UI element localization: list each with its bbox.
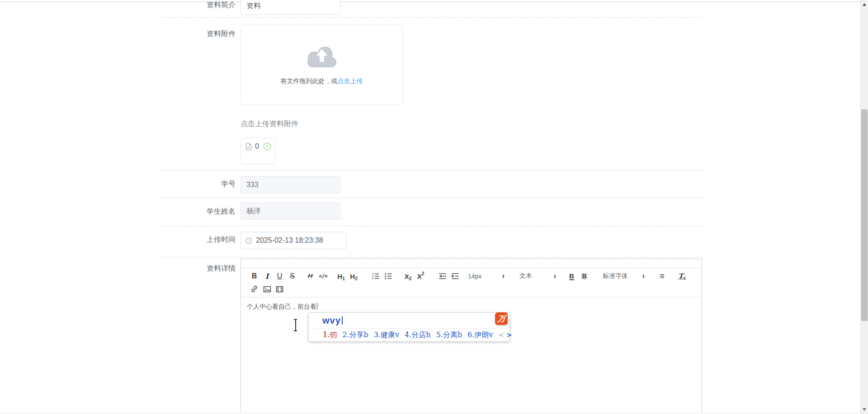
clear-format-button[interactable]: Tx [676,270,688,282]
document-icon [245,142,252,151]
ime-popup: wvy 万 1.仞 2.分享b 3.健康v 4.分店h 5.分离b 6.伊朗v … [308,312,510,342]
editor-top-gap [241,259,702,268]
ordered-list-icon [372,273,379,280]
italic-button[interactable]: I [261,270,273,282]
subscript-button[interactable]: X2 [402,270,414,282]
ime-candidate-5[interactable]: 5.分离b [436,330,462,340]
superscript-button[interactable]: X2 [415,270,427,282]
upload-time-value: 2025-02-13 18:23:38 [256,236,323,245]
image-button[interactable] [261,283,273,295]
attachment-counter-box[interactable]: 0 [241,138,276,164]
video-button[interactable] [274,283,286,295]
dropzone-upload-link[interactable]: 点击上传 [338,77,363,85]
success-check-icon [264,143,271,150]
format-select[interactable]: 文本 [519,270,558,282]
row-divider [159,17,702,18]
scroll-down-arrow-icon[interactable] [863,408,866,411]
heading1-button[interactable]: H1 [335,270,347,282]
updown-arrows-icon [642,274,645,278]
ordered-list-button[interactable] [369,270,382,282]
row-divider [159,170,702,170]
highlight-color-icon: B [581,273,587,280]
code-button[interactable]: </> [317,270,329,282]
ime-candidate-3[interactable]: 3.健康v [374,330,399,340]
field-label-attachment: 资料附件 [163,29,236,39]
scroll-up-arrow-icon[interactable] [863,3,866,6]
link-button[interactable] [248,283,260,295]
ime-candidate-1[interactable]: 1.仞 [323,330,337,340]
field-label-intro: 资料简介 [163,0,236,10]
student-name-input[interactable] [241,202,340,220]
ime-next-page-icon[interactable]: > [506,331,512,339]
ime-composition-text: wvy [322,315,341,326]
intro-input[interactable] [241,0,340,15]
scrollbar[interactable] [860,0,868,414]
video-icon [276,286,283,293]
row-divider [159,226,702,226]
row-divider [159,257,702,257]
ime-candidate-2[interactable]: 2.分享b [342,330,368,340]
student-id-input[interactable] [241,176,340,193]
heading2-button[interactable]: H2 [348,270,360,282]
link-icon [250,285,258,293]
row-divider [159,198,702,198]
upload-dropzone[interactable]: 将文件拖到此处，或点击上传 [241,24,403,105]
indent-decrease-button[interactable] [436,270,448,282]
ime-prev-page-icon[interactable]: < [499,331,505,339]
field-label-upload-time: 上传时间 [163,235,236,245]
underline-button[interactable]: U [274,270,286,282]
field-label-student-id: 学号 [163,179,236,189]
text-caret [317,303,317,310]
ime-logo-icon[interactable]: 万 [495,312,508,325]
updown-arrows-icon [502,274,505,278]
upload-time-input[interactable]: 2025-02-13 18:23:38 [241,232,347,249]
indent-decrease-icon [439,273,447,280]
alignment-button[interactable] [656,270,668,282]
ime-candidate-6[interactable]: 6.伊朗v [467,330,493,340]
strikethrough-button[interactable]: S [286,270,298,282]
indent-increase-button[interactable] [449,270,461,282]
unordered-list-icon [384,273,392,280]
mouse-cursor-ibeam [293,319,297,331]
font-size-select[interactable]: 14px [467,270,507,282]
font-color-button[interactable]: B [566,270,578,282]
highlight-color-button[interactable]: B [578,270,590,282]
editor-text: 个人中心看自己，前台看 [247,303,316,310]
ime-candidate-list: 1.仞 2.分享b 3.健康v 4.分店h 5.分离b 6.伊朗v < > [309,328,509,341]
field-label-student-name: 学生姓名 [163,207,236,216]
clock-icon [245,236,252,245]
font-family-select[interactable]: 标准字体 [602,270,647,282]
image-icon [263,286,271,293]
indent-increase-icon [451,273,459,280]
bottom-edge [0,412,860,414]
upload-tip: 点击上传资料附件 [241,119,298,129]
top-divider [0,1,860,2]
bold-button[interactable]: B [248,270,260,282]
cloud-upload-icon [241,44,402,67]
ime-composition-row: wvy 万 [309,313,509,328]
field-label-detail: 资料详情 [163,263,236,273]
dropzone-drag-text: 将文件拖到此处，或 [281,77,338,85]
font-color-icon: B [569,273,574,280]
blockquote-button[interactable]: ” [304,270,316,282]
ime-caret [342,316,343,325]
ime-candidate-4[interactable]: 4.分店h [405,330,431,340]
form-page: 资料简介 资料附件 将文件拖到此处，或点击上传 点击上传资料附件 [0,0,868,414]
unordered-list-button[interactable] [382,270,394,282]
attachment-count: 0 [255,142,259,151]
editor-toolbar: B I U S ” </> H1 H2 [241,268,702,297]
scrollbar-thumb[interactable] [861,109,868,321]
updown-arrows-icon [553,274,557,278]
